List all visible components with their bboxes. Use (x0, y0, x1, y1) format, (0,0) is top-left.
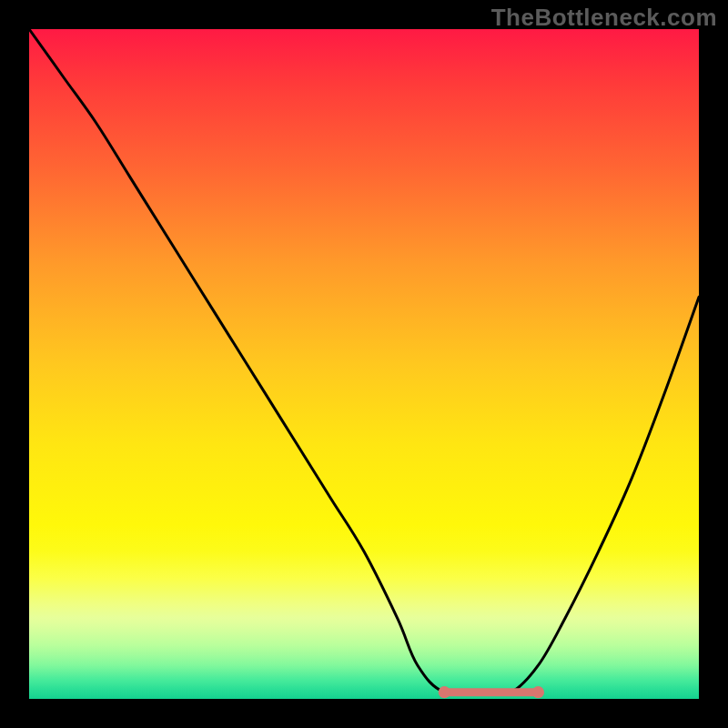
watermark-text: TheBottleneck.com (491, 4, 717, 32)
chart-frame: TheBottleneck.com (0, 0, 728, 728)
plot-gradient-background (29, 29, 699, 699)
